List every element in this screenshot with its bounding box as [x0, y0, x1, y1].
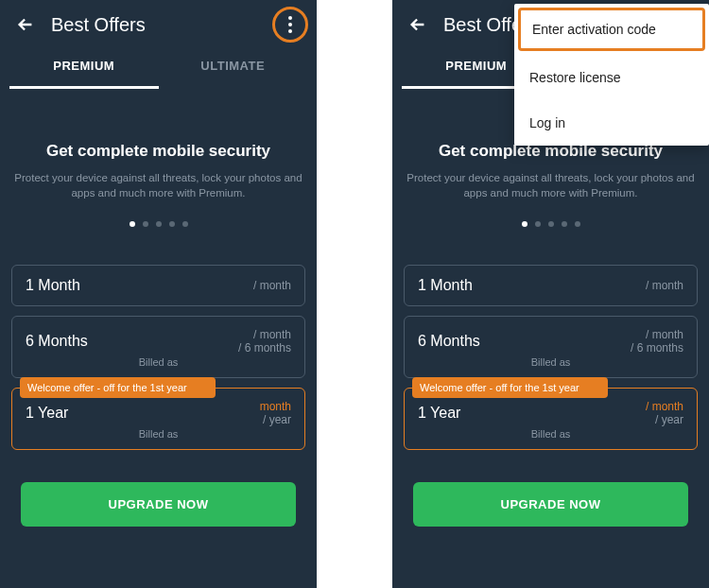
headline: Get complete mobile security: [15, 142, 302, 161]
plan-price: / month / 6 months: [238, 328, 291, 355]
tab-ultimate[interactable]: ULTIMATE: [159, 45, 308, 89]
carousel-dot[interactable]: [130, 221, 135, 227]
carousel-dot[interactable]: [575, 221, 580, 227]
overflow-menu: Enter activation code Restore license Lo…: [514, 4, 709, 146]
overflow-menu-icon[interactable]: [279, 13, 302, 36]
menu-item-activation[interactable]: Enter activation code: [518, 8, 705, 51]
plan-1-year[interactable]: Welcome offer - off for the 1st year 1 Y…: [404, 388, 698, 450]
back-arrow-icon[interactable]: [15, 14, 36, 35]
plan-name: 6 Months: [418, 333, 480, 350]
plan-name: 1 Month: [26, 277, 80, 294]
plan-name: 1 Month: [418, 277, 473, 294]
carousel-dot[interactable]: [535, 221, 541, 227]
plans-list: 1 Month / month 6 Months Billed as / mon…: [0, 265, 317, 450]
subtext: Protect your device against all threats,…: [0, 170, 317, 200]
header: Best Offers: [0, 0, 317, 45]
upgrade-button[interactable]: UPGRADE NOW: [413, 482, 688, 527]
plans-list: 1 Month / month 6 Months Billed as / mon…: [392, 265, 709, 450]
welcome-offer-badge: Welcome offer - off for the 1st year: [412, 377, 608, 398]
plan-1-month[interactable]: 1 Month / month: [404, 265, 698, 306]
tabs: PREMIUM ULTIMATE: [0, 45, 317, 89]
plan-billing: Billed as: [139, 356, 179, 368]
menu-item-restore[interactable]: Restore license: [514, 55, 709, 100]
plan-1-year[interactable]: Welcome offer - off for the 1st year 1 Y…: [11, 388, 305, 450]
plan-billing: Billed as: [531, 428, 571, 440]
carousel-dot[interactable]: [182, 221, 188, 227]
highlight-circle: [272, 7, 308, 43]
plan-name: 1 Year: [418, 405, 460, 422]
carousel-dot[interactable]: [562, 221, 567, 227]
plan-price: / month / year: [646, 400, 683, 426]
welcome-offer-badge: Welcome offer - off for the 1st year: [20, 377, 216, 398]
plan-1-month[interactable]: 1 Month / month: [11, 265, 305, 306]
plan-billing: Billed as: [531, 356, 571, 368]
carousel-dot[interactable]: [143, 221, 148, 227]
plan-billing: Billed as: [139, 428, 179, 440]
plan-name: 6 Months: [26, 333, 88, 350]
carousel-dot[interactable]: [548, 221, 554, 227]
carousel-dots: [0, 221, 317, 227]
plan-price: month / year: [260, 400, 291, 426]
plan-price: / month: [253, 279, 291, 292]
carousel-dot[interactable]: [156, 221, 162, 227]
menu-item-login[interactable]: Log in: [514, 100, 709, 146]
plan-name: 1 Year: [26, 405, 68, 422]
carousel-dot[interactable]: [522, 221, 527, 227]
tab-premium[interactable]: PREMIUM: [9, 45, 159, 89]
plan-price: / month: [646, 279, 683, 292]
carousel-dots: [392, 221, 709, 227]
page-title: Best Offers: [51, 14, 279, 36]
plan-price: / month / 6 months: [631, 328, 683, 355]
upgrade-button[interactable]: UPGRADE NOW: [21, 482, 296, 527]
carousel-dot[interactable]: [169, 221, 175, 227]
phone-left: Best Offers PREMIUM ULTIMATE Get complet…: [0, 0, 317, 588]
plan-6-months[interactable]: 6 Months Billed as / month / 6 months: [11, 316, 305, 378]
plan-6-months[interactable]: 6 Months Billed as / month / 6 months: [404, 316, 698, 378]
subtext: Protect your device against all threats,…: [392, 170, 709, 200]
back-arrow-icon[interactable]: [407, 14, 428, 35]
phone-right: Best Offers PREMIUM ULTIMATE Get complet…: [392, 0, 709, 588]
